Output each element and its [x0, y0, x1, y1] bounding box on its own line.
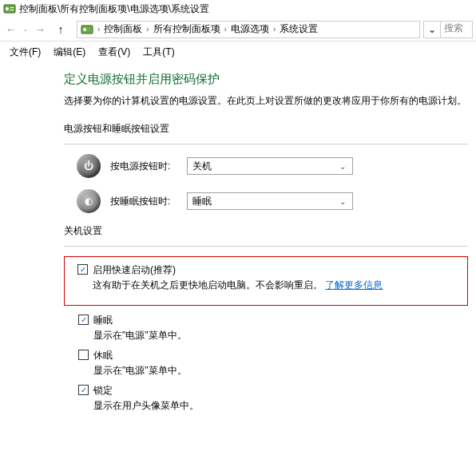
- dropdown-value: 关机: [192, 160, 212, 173]
- forward-button[interactable]: →: [32, 22, 48, 38]
- content-area: 定义电源按钮并启用密码保护 选择要为你的计算机设置的电源设置。在此页上对设置所做…: [0, 61, 476, 427]
- hibernate-option-row: 休眠 显示在"电源"菜单中。: [64, 349, 468, 382]
- fast-startup-desc: 这有助于在关机之后更快地启动电脑。不会影响重启。 了解更多信息: [93, 279, 459, 297]
- fast-startup-highlight: 启用快速启动(推荐) 这有助于在关机之后更快地启动电脑。不会影响重启。 了解更多…: [64, 256, 468, 306]
- svg-point-1: [6, 7, 9, 10]
- divider: [64, 144, 468, 144]
- refresh-button[interactable]: ⌄: [423, 21, 441, 38]
- lock-option-label: 锁定: [93, 384, 468, 398]
- menu-view[interactable]: 查看(V): [92, 44, 137, 61]
- page-description: 选择要为你的计算机设置的电源设置。在此页上对设置所做的更改将应用于你所有的电源计…: [64, 93, 468, 108]
- section-header-shutdown: 关机设置: [64, 224, 468, 238]
- power-button-dropdown[interactable]: 关机 ⌄: [187, 157, 353, 175]
- breadcrumb[interactable]: 系统设置: [278, 22, 319, 36]
- breadcrumb[interactable]: 控制面板: [102, 22, 144, 36]
- back-button[interactable]: ←: [3, 22, 19, 38]
- window-title: 控制面板\所有控制面板项\电源选项\系统设置: [19, 2, 209, 16]
- control-panel-icon: [3, 2, 16, 15]
- menu-edit[interactable]: 编辑(E): [47, 44, 92, 61]
- menu-tools[interactable]: 工具(T): [137, 44, 180, 61]
- power-button-label: 按电源按钮时:: [110, 160, 187, 173]
- menu-bar: 文件(F) 编辑(E) 查看(V) 工具(T): [0, 43, 476, 61]
- learn-more-link[interactable]: 了解更多信息: [325, 279, 383, 291]
- chevron-right-icon[interactable]: ›: [95, 25, 102, 34]
- menu-file[interactable]: 文件(F): [3, 44, 47, 61]
- lock-option-row: 锁定 显示在用户头像菜单中。: [64, 384, 468, 417]
- address-bar[interactable]: › 控制面板 › 所有控制面板项 › 电源选项 › 系统设置: [77, 21, 420, 38]
- page-title: 定义电源按钮并启用密码保护: [64, 72, 468, 87]
- search-input[interactable]: 搜索控: [441, 21, 473, 38]
- fast-startup-checkbox[interactable]: [77, 264, 88, 275]
- power-button-row: ⏻ 按电源按钮时: 关机 ⌄: [64, 154, 468, 178]
- svg-point-5: [83, 28, 86, 31]
- svg-rect-2: [10, 7, 14, 8]
- fast-startup-row: 启用快速启动(推荐) 这有助于在关机之后更快地启动电脑。不会影响重启。 了解更多…: [73, 263, 459, 297]
- sleep-button-label: 按睡眠按钮时:: [110, 195, 187, 208]
- control-panel-icon: [81, 23, 93, 36]
- chevron-right-icon[interactable]: ›: [144, 25, 151, 34]
- fast-startup-label: 启用快速启动(推荐): [93, 263, 459, 277]
- sleep-icon: ◐: [77, 189, 101, 213]
- breadcrumb[interactable]: 所有控制面板项: [152, 22, 222, 36]
- sleep-checkbox[interactable]: [78, 315, 89, 325]
- hibernate-checkbox[interactable]: [78, 350, 89, 360]
- nav-bar: ← · → ↑ › 控制面板 › 所有控制面板项 › 电源选项 › 系统设置 ⌄…: [0, 18, 476, 42]
- lock-option-desc: 显示在用户头像菜单中。: [93, 399, 468, 417]
- chevron-down-icon: ⌄: [336, 160, 349, 172]
- window-title-bar: 控制面板\所有控制面板项\电源选项\系统设置: [0, 0, 476, 18]
- chevron-right-icon[interactable]: ›: [271, 25, 278, 34]
- sleep-button-dropdown[interactable]: 睡眠 ⌄: [187, 192, 353, 210]
- chevron-down-icon: ⌄: [336, 195, 349, 208]
- breadcrumb[interactable]: 电源选项: [229, 22, 271, 36]
- sleep-button-row: ◐ 按睡眠按钮时: 睡眠 ⌄: [64, 189, 468, 213]
- sleep-option-row: 睡眠 显示在"电源"菜单中。: [64, 314, 468, 347]
- dropdown-value: 睡眠: [192, 195, 212, 208]
- hibernate-option-label: 休眠: [93, 349, 468, 362]
- chevron-right-icon[interactable]: ›: [222, 25, 229, 34]
- svg-rect-3: [10, 10, 14, 10]
- power-icon: ⏻: [77, 154, 101, 178]
- hibernate-option-desc: 显示在"电源"菜单中。: [93, 364, 468, 382]
- lock-checkbox[interactable]: [78, 385, 89, 395]
- section-header-buttons: 电源按钮和睡眠按钮设置: [64, 122, 468, 136]
- sleep-option-desc: 显示在"电源"菜单中。: [93, 329, 468, 347]
- chevron-down-icon: ⌄: [428, 24, 436, 35]
- up-button[interactable]: ↑: [53, 22, 69, 38]
- sleep-option-label: 睡眠: [93, 314, 468, 327]
- divider: [64, 246, 468, 247]
- nav-sep: ·: [24, 23, 27, 36]
